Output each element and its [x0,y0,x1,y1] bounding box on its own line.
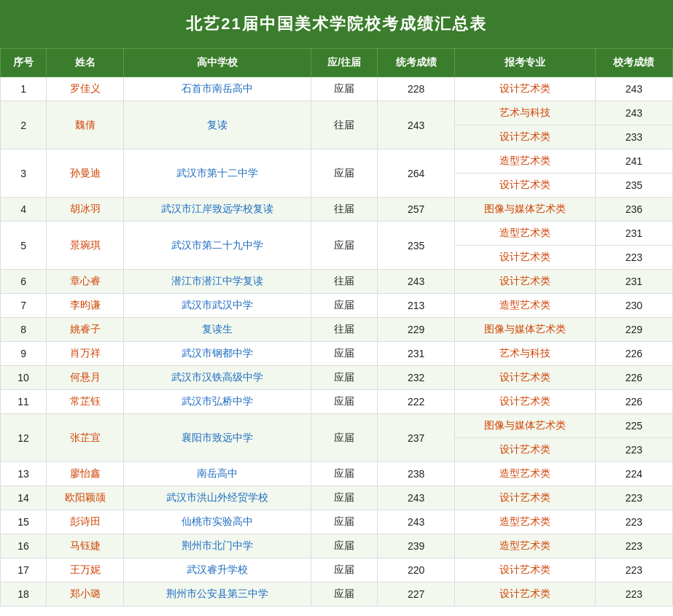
cell-name: 景琬琪 [47,222,124,270]
table-header-row: 序号 姓名 高中学校 应/往届 统考成绩 报考专业 校考成绩 [1,49,673,77]
cell-seq: 3 [1,149,47,198]
table-row: 6章心睿潜江市潜江中学复读往届243设计艺术类231 [1,270,673,294]
cell-school: 潜江市潜江中学复读 [124,270,311,294]
cell-major: 艺术与科技 [455,342,595,366]
cell-school: 武汉市第十二中学 [124,149,311,198]
cell-seq: 12 [1,414,47,462]
cell-major: 造型艺术类 [455,462,595,486]
cell-unified-score: 227 [378,582,455,607]
cell-unified-score: 257 [378,198,455,222]
cell-name: 彭诗田 [47,510,124,534]
page-title: 北艺21届中国美术学院校考成绩汇总表 [0,0,673,48]
cell-seq: 1 [1,77,47,101]
cell-exam-score: 224 [595,462,672,486]
cell-school: 武汉市江岸致远学校复读 [124,198,311,222]
table-row: 13廖怡鑫南岳高中应届238造型艺术类224 [1,462,673,486]
cell-major: 设计艺术类 [455,486,595,510]
cell-status: 往届 [311,101,378,149]
cell-school: 武汉市汉铁高级中学 [124,366,311,390]
cell-exam-score: 223 [595,558,672,582]
col-name: 姓名 [47,49,124,77]
col-status: 应/往届 [311,49,378,77]
cell-school: 仙桃市实验高中 [124,510,311,534]
cell-school: 荆州市北门中学 [124,534,311,558]
cell-status: 应届 [311,222,378,270]
cell-status: 应届 [311,510,378,534]
cell-school: 武汉市武汉中学 [124,294,311,318]
title-text: 北艺21届中国美术学院校考成绩汇总表 [186,15,486,33]
cell-seq: 13 [1,462,47,486]
cell-name: 李昀谦 [47,294,124,318]
cell-exam-score: 231 [595,270,672,294]
cell-exam-score: 241 [595,149,672,174]
cell-status: 应届 [311,558,378,582]
cell-status: 应届 [311,366,378,390]
table-row: 15彭诗田仙桃市实验高中应届243造型艺术类223 [1,510,673,534]
cell-name: 郑小璐 [47,582,124,607]
cell-major: 图像与媒体艺术类 [455,198,595,222]
cell-major: 设计艺术类 [455,125,595,149]
cell-unified-score: 232 [378,366,455,390]
cell-unified-score: 222 [378,390,455,414]
cell-seq: 2 [1,101,47,149]
table-row: 3孙曼迪武汉市第十二中学应届264造型艺术类241 [1,149,673,174]
cell-school: 南岳高中 [124,462,311,486]
cell-seq: 14 [1,486,47,510]
cell-exam-score: 223 [595,438,672,462]
cell-unified-score: 243 [378,510,455,534]
cell-major: 造型艺术类 [455,510,595,534]
cell-school: 武汉市洪山外经贸学校 [124,486,311,510]
table-row: 11常芷钰武汉市弘桥中学应届222设计艺术类226 [1,390,673,414]
cell-major: 设计艺术类 [455,366,595,390]
cell-name: 魏倩 [47,101,124,149]
cell-seq: 9 [1,342,47,366]
cell-unified-score: 235 [378,222,455,270]
page-wrapper: 北艺21届中国美术学院校考成绩汇总表 序号 姓名 高中学校 应/往届 统考成绩 … [0,0,673,607]
cell-school: 襄阳市致远中学 [124,414,311,462]
col-major: 报考专业 [455,49,595,77]
table-row: 10何悬月武汉市汉铁高级中学应届232设计艺术类226 [1,366,673,390]
cell-name: 罗佳义 [47,77,124,101]
cell-status: 应届 [311,534,378,558]
table-row: 4胡冰羽武汉市江岸致远学校复读往届257图像与媒体艺术类236 [1,198,673,222]
cell-exam-score: 223 [595,534,672,558]
cell-exam-score: 235 [595,174,672,198]
cell-status: 应届 [311,414,378,462]
cell-unified-score: 229 [378,318,455,342]
cell-exam-score: 225 [595,414,672,438]
cell-name: 常芷钰 [47,390,124,414]
cell-exam-score: 229 [595,318,672,342]
cell-unified-score: 231 [378,342,455,366]
cell-unified-score: 237 [378,414,455,462]
cell-name: 孙曼迪 [47,149,124,198]
cell-major: 图像与媒体艺术类 [455,414,595,438]
cell-status: 应届 [311,77,378,101]
cell-seq: 8 [1,318,47,342]
cell-status: 往届 [311,198,378,222]
col-seq: 序号 [1,49,47,77]
cell-unified-score: 243 [378,270,455,294]
cell-status: 往届 [311,270,378,294]
table-row: 17王万妮武汉睿升学校应届220设计艺术类223 [1,558,673,582]
cell-name: 张芷宜 [47,414,124,462]
cell-major: 设计艺术类 [455,174,595,198]
cell-status: 应届 [311,582,378,607]
cell-exam-score: 233 [595,125,672,149]
cell-unified-score: 264 [378,149,455,198]
cell-status: 应届 [311,294,378,318]
cell-seq: 16 [1,534,47,558]
cell-exam-score: 223 [595,510,672,534]
cell-status: 应届 [311,149,378,198]
col-exam-score: 校考成绩 [595,49,672,77]
table-row: 1罗佳义石首市南岳高中应届228设计艺术类243 [1,77,673,101]
cell-exam-score: 223 [595,246,672,270]
cell-status: 往届 [311,318,378,342]
cell-unified-score: 213 [378,294,455,318]
cell-school: 武汉睿升学校 [124,558,311,582]
cell-school: 武汉市第二十九中学 [124,222,311,270]
cell-name: 胡冰羽 [47,198,124,222]
cell-seq: 17 [1,558,47,582]
cell-seq: 11 [1,390,47,414]
table-row: 2魏倩复读往届243艺术与科技243 [1,101,673,125]
cell-seq: 5 [1,222,47,270]
